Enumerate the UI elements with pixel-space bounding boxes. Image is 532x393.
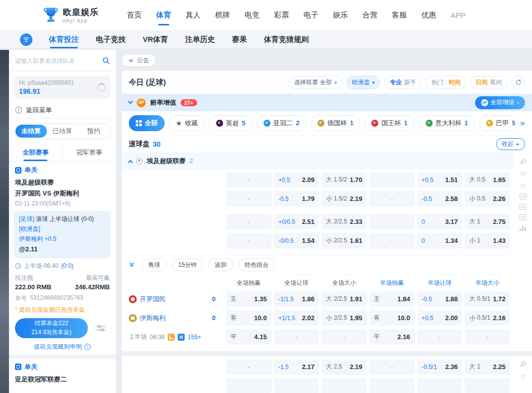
topnav-item-0[interactable]: 首页 (127, 0, 142, 30)
odds-cell[interactable]: +0.52.09 (274, 172, 319, 188)
odds-cell[interactable]: 03.17 (417, 214, 463, 229)
market-pill-2[interactable]: 波胆 (208, 258, 233, 271)
tune-slider-icon[interactable] (96, 324, 106, 332)
cashout-button[interactable]: 结算本金222 214.93(含本金) (15, 318, 88, 338)
odds-cell[interactable]: 平2.16 (369, 329, 415, 345)
odds-cell[interactable]: +1/1.52.02 (274, 310, 319, 326)
collapse-button[interactable]: 收起 ▲ (496, 138, 525, 150)
pin-icon[interactable] (520, 361, 527, 368)
topnav-item-4[interactable]: 电竞 (245, 0, 260, 30)
away-team[interactable]: 伊斯梅利 0 (126, 314, 224, 323)
league-chip-2[interactable]: 英超5 (209, 115, 253, 131)
topnav-item-1[interactable]: 体育 (156, 0, 171, 30)
odds-cell[interactable]: 大 0.51.65 (465, 172, 510, 188)
market-pill-1[interactable]: 15分钟 (172, 258, 203, 271)
odds-cell[interactable]: -0.52.58 (417, 191, 463, 206)
stat-mini-icon[interactable] (520, 204, 527, 210)
subnav-tab-1[interactable]: 电子竞技 (96, 30, 126, 48)
odds-cell[interactable]: -0.51.88 (417, 291, 463, 307)
subnav-tab-2[interactable]: VR体育 (143, 30, 168, 48)
chevron-down-icon[interactable] (128, 99, 133, 104)
topnav-item-2[interactable]: 真人 (186, 0, 201, 30)
column-header-2[interactable]: 全场大小 (321, 279, 367, 287)
league-chip-6[interactable]: 意大利杯1 (419, 115, 475, 131)
odds-cell[interactable]: 小 2/2.51.61 (321, 233, 367, 248)
odds-cell[interactable]: 小 1.5/22.19 (321, 191, 367, 206)
subnav-tab-0[interactable]: 体育投注 (49, 30, 79, 48)
odds-type-select[interactable]: 欧洲盘 ▾ (346, 76, 380, 89)
topnav-item-5[interactable]: 彩票 (274, 0, 289, 30)
market-pill-0[interactable]: 角球 (142, 258, 167, 271)
all-boosts-button[interactable]: UP 全部增值 › (475, 96, 525, 109)
topnav-item-10[interactable]: 优惠 (421, 0, 436, 30)
odds-cell[interactable]: 大 12.25 (465, 359, 510, 375)
column-header-4[interactable]: 半场让球 (417, 279, 463, 287)
odds-cell[interactable]: +0.51.51 (417, 172, 463, 188)
odds-cell[interactable]: -0.5/12.36 (417, 359, 463, 375)
event-tab-1[interactable]: 冠军赛事 (62, 144, 116, 161)
sort-time-option[interactable]: 时间 (449, 78, 461, 87)
stat-mini-icon[interactable] (520, 214, 527, 220)
league-chip-1[interactable]: ★收藏 (169, 115, 205, 131)
league-chip-3[interactable]: 亚冠二2 (257, 115, 306, 131)
odds-cell[interactable]: -1.52.17 (274, 359, 319, 375)
column-header-0[interactable]: 全场独赢 (226, 279, 271, 287)
expand-more-icon[interactable] (129, 262, 135, 268)
balance-refresh-icon[interactable] (97, 83, 106, 92)
logo[interactable]: 欧皇娱乐 ohyl.app (43, 6, 99, 23)
odds-cell[interactable]: 小 0.52.26 (465, 191, 510, 206)
odds-cell[interactable]: 小 2/2.51.95 (321, 310, 367, 326)
mode-pro-option[interactable]: 专业 (390, 78, 402, 87)
league-select[interactable]: 选择联赛 全部 ▾ (289, 76, 342, 89)
odds-cell[interactable]: 客10.0 (369, 310, 415, 326)
league-chip-7[interactable]: 巴甲5 (479, 115, 515, 131)
pin-icon[interactable] (520, 158, 527, 165)
odds-cell[interactable]: 大 2/2.51.91 (321, 291, 367, 307)
settle-tab-2[interactable]: 预约 (78, 125, 109, 138)
settle-tab-0[interactable]: 未结算 (15, 125, 47, 138)
league-chip-4[interactable]: 德国杯1 (310, 115, 360, 131)
odds-cell[interactable]: 大 12.75 (465, 214, 510, 229)
topnav-item-11[interactable]: APP (451, 0, 466, 30)
odds-cell[interactable]: 01.34 (417, 233, 463, 248)
back-to-menu[interactable]: 返回菜单 (9, 102, 116, 119)
stat-mini-icon[interactable] (520, 194, 527, 199)
topnav-item-8[interactable]: 合营 (362, 0, 377, 30)
market-pill-3[interactable]: 特色组合 (238, 258, 275, 271)
subnav-tab-5[interactable]: 体育竞猜规则 (264, 30, 309, 48)
search-input[interactable] (15, 57, 98, 64)
odds-cell[interactable]: +0.52.00 (417, 310, 463, 326)
night-option[interactable]: 夜间 (490, 78, 502, 87)
topnav-item-7[interactable]: 娱乐 (333, 0, 348, 30)
home-team[interactable]: 开罗国民 0 (126, 295, 224, 304)
odds-cell[interactable]: 平4.15 (226, 329, 271, 345)
chart-icon[interactable] (520, 225, 527, 231)
sort-hot-option[interactable]: 热门 (431, 78, 443, 87)
settle-tab-1[interactable]: 已结算 (47, 125, 78, 138)
n-stats-icon[interactable]: N (178, 334, 185, 341)
column-header-5[interactable]: 半场大小 (465, 279, 510, 287)
event-tab-0[interactable]: 全部赛事 (9, 144, 62, 161)
odds-cell[interactable]: 主1.84 (369, 291, 415, 307)
odds-cell[interactable]: -0.51.79 (274, 191, 319, 206)
stats-count[interactable]: 155+ (188, 334, 201, 341)
search-icon[interactable] (102, 57, 110, 64)
team-name[interactable]: 开罗国民 (140, 295, 166, 304)
star-icon[interactable]: ☆ (520, 373, 526, 380)
announcement-button[interactable]: 公告 (122, 54, 156, 67)
league-section-header[interactable]: 埃及超级联赛 2 (122, 153, 514, 169)
column-header-3[interactable]: 半场独赢 (369, 279, 415, 287)
star-icon[interactable]: ☆ (520, 182, 526, 189)
league-chip-5[interactable]: 国王杯1 (364, 115, 414, 131)
star-icon[interactable]: ☆ (520, 170, 526, 177)
league-chip-0[interactable]: 全部 (129, 115, 165, 131)
day-option[interactable]: 日间 (476, 78, 488, 87)
odds-cell[interactable]: 大 2.52.19 (321, 359, 367, 375)
odds-cell[interactable]: -1/1.51.86 (274, 291, 319, 307)
odds-cell[interactable]: -0/0.51.54 (274, 233, 319, 248)
chips-more-icon[interactable]: » (515, 118, 530, 128)
odds-cell[interactable]: 小 0.5/12.16 (465, 310, 510, 326)
odds-cell[interactable]: 小 11.43 (465, 233, 510, 248)
refresh-button[interactable] (512, 76, 525, 89)
cashout-rule-link[interactable]: 提前兑现规则申明 i (9, 338, 116, 355)
